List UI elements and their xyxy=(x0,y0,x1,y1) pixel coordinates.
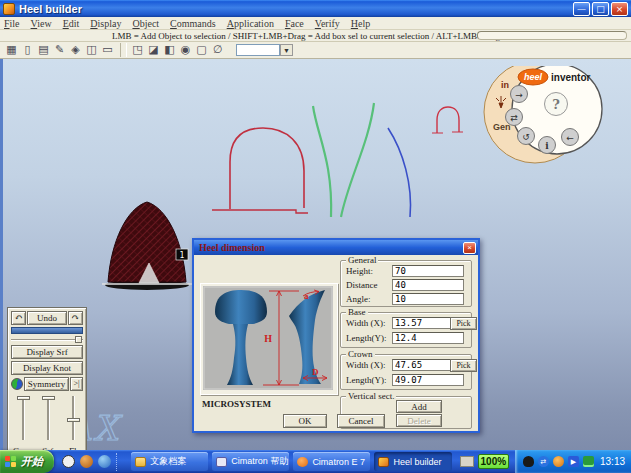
toolbar-combo-input[interactable] xyxy=(236,44,280,56)
close-button[interactable]: × xyxy=(611,2,628,16)
menu-verify[interactable]: Verify xyxy=(315,18,340,29)
quicklaunch-separator xyxy=(116,453,119,471)
menu-object[interactable]: Object xyxy=(132,18,159,29)
menu-edit[interactable]: Edit xyxy=(63,18,80,29)
dim-h-label: H xyxy=(264,333,272,344)
srf-slider-track[interactable] xyxy=(47,396,50,440)
copy-page-icon[interactable]: ▤ xyxy=(36,43,51,57)
menu-file[interactable]: File xyxy=(4,18,20,29)
ok-button[interactable]: OK xyxy=(283,414,327,428)
menu-view[interactable]: View xyxy=(31,18,52,29)
undo-icon[interactable]: ↶ xyxy=(11,311,26,325)
tray-globe-icon[interactable] xyxy=(553,456,564,467)
tool-panel: ↶ Undo ↷ Display Srf Display Knot Symmet… xyxy=(7,307,87,460)
svg-text:→: → xyxy=(515,90,523,100)
preview-caption: MICROSYSTEM xyxy=(202,399,271,409)
split-window-icon[interactable]: ◫ xyxy=(84,43,99,57)
view-sphere-icon[interactable]: ◉ xyxy=(178,43,193,57)
title-bar[interactable]: Heel builder — □ × xyxy=(0,0,631,17)
view-half-icon[interactable]: ◧ xyxy=(162,43,177,57)
crown-pick-button[interactable]: Pick xyxy=(450,359,477,372)
dialog-close-icon[interactable]: × xyxy=(463,242,476,254)
window-icon[interactable]: ▭ xyxy=(100,43,115,57)
main-toolbar: ▦ ▯ ▤ ✎ ◈ ◫ ▭ ◳ ◪ ◧ ◉ ▢ ∅ ▼ xyxy=(0,42,631,59)
display-knot-button[interactable]: Display Knot xyxy=(11,361,83,375)
frame-icon[interactable]: ▢ xyxy=(194,43,209,57)
symmetry-button[interactable]: Symmetry xyxy=(24,377,69,391)
heel-mesh-object[interactable]: 1 xyxy=(102,202,193,290)
accessibility-icon[interactable] xyxy=(62,455,75,468)
distance-field[interactable] xyxy=(392,279,464,291)
svg-text:↺: ↺ xyxy=(522,132,530,142)
windows-flag-icon xyxy=(5,456,17,468)
red-dome-curve[interactable] xyxy=(212,128,308,213)
add-button[interactable]: Add xyxy=(396,400,442,413)
task-cimatron-e7[interactable]: Cimatron E 7 xyxy=(293,452,370,471)
heel-marker-label: 1 xyxy=(180,251,185,260)
sphere-icon xyxy=(11,378,23,390)
tray-play-icon[interactable]: ▶ xyxy=(568,456,579,467)
browser-icon[interactable] xyxy=(98,455,111,468)
angle-field[interactable] xyxy=(392,293,464,305)
pen-icon[interactable]: ✎ xyxy=(52,43,67,57)
dialog-title: Heel dimension xyxy=(199,242,463,253)
view-shaded-icon[interactable]: ◪ xyxy=(146,43,161,57)
minimized-window-icon[interactable] xyxy=(460,456,474,467)
maximize-button[interactable]: □ xyxy=(592,2,609,16)
view-corner-icon[interactable]: ◳ xyxy=(130,43,145,57)
vertical-sliders xyxy=(11,394,83,446)
inventor-logo-text: inventor xyxy=(551,72,591,83)
crown-length-field[interactable] xyxy=(392,374,464,386)
null-icon[interactable]: ∅ xyxy=(210,43,225,57)
heel-preview-image: H a D xyxy=(200,283,338,395)
base-width-label: Width (X): xyxy=(346,318,392,328)
redo-icon[interactable]: ↷ xyxy=(68,311,83,325)
start-button[interactable]: 开始 xyxy=(0,450,54,473)
menu-application[interactable]: Application xyxy=(227,18,274,29)
diamond-icon[interactable]: ◈ xyxy=(68,43,83,57)
display-srf-button[interactable]: Display Srf xyxy=(11,345,83,359)
inventor-in-label: in xyxy=(501,80,509,90)
delete-button[interactable]: Delete xyxy=(396,414,442,427)
cancel-button[interactable]: Cancel xyxy=(337,414,385,428)
menu-commands[interactable]: Commands xyxy=(170,18,216,29)
task-cimatron-help[interactable]: Cimatron 帮助 xyxy=(212,452,289,471)
distance-label: Distance xyxy=(346,280,392,290)
general-group-label: General xyxy=(346,255,378,265)
blue-curve[interactable] xyxy=(388,128,411,217)
menu-display[interactable]: Display xyxy=(90,18,121,29)
expand-button[interactable]: >| xyxy=(70,377,83,391)
height-field[interactable] xyxy=(392,265,464,277)
green-curves[interactable] xyxy=(313,103,374,217)
cimatron-icon xyxy=(297,457,308,467)
tray-mouse-icon[interactable] xyxy=(523,456,534,467)
table-icon[interactable]: ▦ xyxy=(4,43,19,57)
task-documents[interactable]: 文象档案 xyxy=(131,452,208,471)
dialog-title-bar[interactable]: Heel dimension × xyxy=(194,240,478,255)
menu-help[interactable]: Help xyxy=(351,18,370,29)
task-heel-builder[interactable]: Heel builder xyxy=(374,452,451,471)
small-red-dome-curve[interactable] xyxy=(432,107,463,133)
undo-button[interactable]: Undo xyxy=(27,311,67,325)
orange-app-icon[interactable] xyxy=(80,455,93,468)
fln-slider-handle[interactable] xyxy=(67,418,80,422)
height-label: Height: xyxy=(346,266,392,276)
crv-slider-handle[interactable] xyxy=(17,396,30,400)
crown-length-label: Length(Y): xyxy=(346,375,392,385)
tray-chart-icon[interactable] xyxy=(583,456,594,467)
minimize-button[interactable]: — xyxy=(573,2,590,16)
page-icon[interactable]: ▯ xyxy=(20,43,35,57)
heel-inventor-widget[interactable]: in Gen heel inventor ? → ⇄ ↺ i ← xyxy=(478,66,612,164)
base-length-field[interactable] xyxy=(392,332,464,344)
menu-face[interactable]: Face xyxy=(285,18,304,29)
base-length-label: Length(Y): xyxy=(346,333,392,343)
crv-slider-track[interactable] xyxy=(22,396,25,440)
crown-group-label: Crown xyxy=(346,349,375,359)
tray-language-icon[interactable]: ⇄ xyxy=(538,456,549,467)
slider-handle[interactable] xyxy=(75,336,82,343)
horizontal-slider[interactable] xyxy=(11,336,83,343)
srf-slider-handle[interactable] xyxy=(42,396,55,400)
combo-dropdown-button[interactable]: ▼ xyxy=(280,44,293,56)
clock: 13:13 xyxy=(600,456,625,467)
base-pick-button[interactable]: Pick xyxy=(450,317,477,330)
